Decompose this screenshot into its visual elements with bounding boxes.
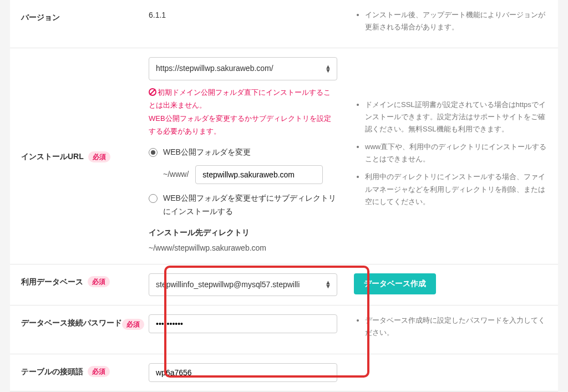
required-badge: 必須 bbox=[88, 366, 110, 377]
create-database-button[interactable]: データベース作成 bbox=[354, 273, 436, 294]
db-password-label: データベース接続パスワード bbox=[21, 317, 122, 330]
version-value: 6.1.1 bbox=[149, 11, 166, 19]
help-url-www: www直下や、利用中のディレクトリにインストールすることはできません。 bbox=[365, 141, 547, 165]
db-password-row: データベース接続パスワード 必須 データベース作成時に設定したパスワードを入力し… bbox=[10, 306, 558, 354]
required-badge: 必須 bbox=[88, 151, 110, 162]
help-db-password: データベース作成時に設定したパスワードを入力してください。 bbox=[365, 314, 547, 339]
database-section: 利用データベース 必須 stepwillinfo_stepwillwp@mysq… bbox=[10, 264, 558, 391]
help-url-ssl: ドメインにSSL証明書が設定されている場合はhttpsでインストールできます。設… bbox=[365, 99, 547, 135]
database-label: 利用データベース bbox=[21, 276, 83, 289]
install-url-row: インストールURL 必須 https://stepwillwp.sakurawe… bbox=[10, 48, 558, 264]
url-select[interactable]: https://stepwillwp.sakuraweb.com/ ▲▼ bbox=[149, 57, 337, 80]
chevron-updown-icon: ▲▼ bbox=[325, 281, 331, 288]
db-password-input[interactable] bbox=[149, 314, 337, 333]
table-prefix-input[interactable] bbox=[149, 363, 337, 382]
version-label: バージョン bbox=[21, 11, 60, 24]
chevron-updown-icon: ▲▼ bbox=[325, 65, 331, 73]
database-select[interactable]: stepwillinfo_stepwillwp@mysql57.stepwill… bbox=[149, 273, 337, 297]
url-select-value: https://stepwillwp.sakuraweb.com/ bbox=[156, 64, 273, 73]
table-prefix-row: テーブルの接頭語 必須 bbox=[10, 354, 558, 391]
required-badge: 必須 bbox=[88, 276, 110, 287]
help-url-dir: 利用中のディレクトリにインストールする場合、ファイルマネージャなどを利用しディレ… bbox=[365, 171, 547, 207]
install-dir-label: インストール先ディレクトリ bbox=[149, 226, 337, 240]
install-warning: 初期ドメイン公開フォルダ直下にインストールすることは出来ません。 WEB公開フォ… bbox=[149, 86, 337, 138]
install-url-label: インストールURL bbox=[21, 150, 84, 164]
www-path-prefix: ~/www/ bbox=[163, 168, 189, 181]
version-help: インストール後、アップデート機能によりバージョンが更新される場合があります。 bbox=[365, 9, 547, 33]
radio-unchecked-icon bbox=[149, 194, 158, 203]
database-row: 利用データベース 必須 stepwillinfo_stepwillwp@mysq… bbox=[10, 264, 558, 306]
version-row: バージョン 6.1.1 インストール後、アップデート機能によりバージョンが更新さ… bbox=[10, 0, 558, 48]
table-prefix-label: テーブルの接頭語 bbox=[21, 365, 83, 379]
install-dir-path: ~/www/stepwillwp.sakuraweb.com bbox=[149, 242, 337, 255]
radio-checked-icon bbox=[149, 148, 158, 157]
www-folder-input[interactable] bbox=[195, 165, 323, 184]
database-select-value: stepwillinfo_stepwillwp@mysql57.stepwill… bbox=[156, 278, 320, 292]
radio-change-folder[interactable]: WEB公開フォルダを変更 bbox=[149, 146, 337, 159]
prohibit-icon bbox=[149, 88, 156, 96]
radio-use-subdir[interactable]: WEB公開フォルダを変更せずにサブディレクトリにインストールする bbox=[149, 192, 337, 218]
required-badge: 必須 bbox=[122, 319, 144, 330]
